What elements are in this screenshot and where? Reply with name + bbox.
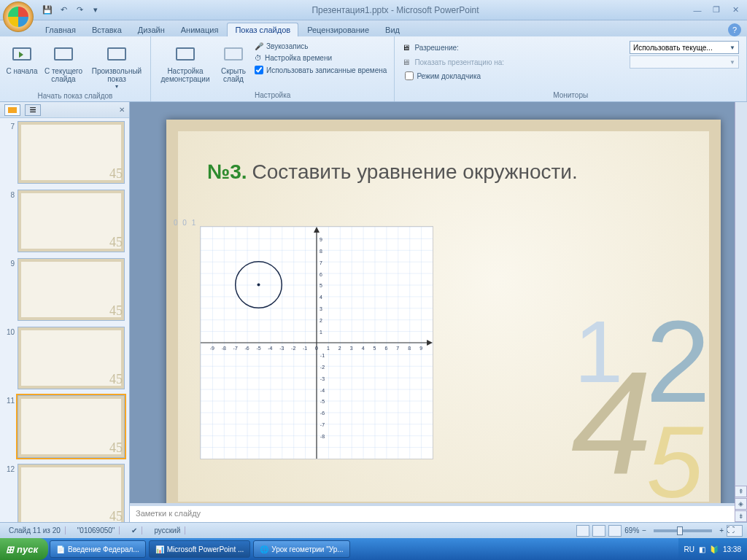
undo-icon[interactable]: ↶ bbox=[57, 4, 70, 17]
language-indicator[interactable]: русский bbox=[150, 526, 185, 534]
tab-home[interactable]: Главная bbox=[38, 23, 83, 36]
restore-button[interactable]: ❐ bbox=[708, 4, 725, 17]
slide-canvas[interactable]: 0 0 1 №3. Составить уравнение окружности… bbox=[166, 120, 721, 513]
svg-text:-6: -6 bbox=[245, 346, 249, 351]
setup-show-label: Настройка демонстрации bbox=[157, 67, 214, 83]
thumbnail-pane: ≡ ✕ 745 845 945 1045 1145 1245 bbox=[0, 102, 130, 522]
help-icon[interactable]: ? bbox=[728, 23, 741, 36]
start-group-label: Начать показ слайдов bbox=[4, 91, 146, 101]
thumbnail-12[interactable]: 45 bbox=[18, 464, 125, 522]
from-current-button[interactable]: С текущего слайда bbox=[41, 41, 86, 85]
svg-text:1: 1 bbox=[320, 330, 322, 335]
svg-text:4: 4 bbox=[320, 295, 322, 300]
office-button[interactable] bbox=[3, 1, 34, 32]
resolution-combo[interactable]: Использовать текуще...▼ bbox=[630, 41, 739, 54]
theme-name[interactable]: "01069050" bbox=[73, 526, 120, 534]
slideshow-view-button[interactable] bbox=[608, 525, 622, 537]
svg-text:-7: -7 bbox=[320, 422, 325, 427]
system-tray[interactable]: RU ◧ 🔰 13:38 bbox=[678, 538, 747, 560]
tab-review[interactable]: Рецензирование bbox=[300, 23, 376, 36]
monitor-icon: 🖥 bbox=[402, 43, 410, 52]
powerpoint-icon: 📊 bbox=[155, 545, 164, 553]
vertical-scrollbar[interactable]: ⇞ ◈ ⇟ bbox=[735, 102, 747, 522]
redo-icon[interactable]: ↷ bbox=[73, 4, 86, 17]
microphone-icon: 🎤 bbox=[255, 42, 263, 50]
thumbnail-11[interactable]: 45 bbox=[18, 395, 125, 458]
slides-tab[interactable] bbox=[4, 104, 20, 116]
svg-text:-8: -8 bbox=[222, 346, 226, 351]
clock-icon: ⏱ bbox=[255, 54, 262, 62]
slide-position[interactable]: Слайд 11 из 20 bbox=[4, 526, 66, 534]
setup-show-button[interactable]: Настройка демонстрации bbox=[155, 41, 215, 85]
svg-text:1: 1 bbox=[327, 346, 330, 351]
tab-insert[interactable]: Вставка bbox=[85, 23, 129, 36]
title-bar: 💾 ↶ ↷ ▾ Презентация1.pptx - Microsoft Po… bbox=[0, 0, 747, 20]
svg-point-6 bbox=[258, 284, 260, 287]
tray-icon[interactable]: ◧ bbox=[699, 545, 705, 553]
zoom-out-button[interactable]: − bbox=[642, 526, 646, 534]
svg-text:-5: -5 bbox=[320, 399, 325, 404]
use-timings-checkbox[interactable]: Использовать записанные времена bbox=[252, 64, 390, 76]
tab-view[interactable]: Вид bbox=[378, 23, 407, 36]
custom-show-button[interactable]: Произвольный показ▾ bbox=[88, 41, 146, 91]
tray-icon[interactable]: 🔰 bbox=[710, 545, 719, 553]
slide-editor[interactable]: 0 0 1 №3. Составить уравнение окружности… bbox=[130, 102, 747, 522]
svg-text:9: 9 bbox=[320, 237, 322, 242]
window-title: Презентация1.pptx - Microsoft PowerPoint bbox=[102, 5, 689, 15]
thumbnail-8[interactable]: 45 bbox=[18, 190, 125, 252]
svg-text:-5: -5 bbox=[256, 346, 260, 351]
lang-indicator[interactable]: RU bbox=[684, 545, 694, 553]
next-slide-button[interactable]: ⇟ bbox=[735, 510, 747, 522]
sorter-view-button[interactable] bbox=[592, 525, 605, 537]
hide-slide-label: Скрыть слайд bbox=[218, 67, 249, 83]
taskbar-item-2[interactable]: 📊Microsoft PowerPoint ... bbox=[149, 540, 251, 558]
slide-title[interactable]: №3. Составить уравнение окружности. bbox=[207, 160, 578, 184]
prev-slide-button[interactable]: ⇞ bbox=[735, 486, 747, 497]
zoom-in-button[interactable]: + bbox=[719, 526, 724, 534]
monitors-group-label: Мониторы bbox=[399, 90, 742, 100]
thumbnail-9[interactable]: 45 bbox=[18, 258, 125, 321]
show-on-label: Показать презентацию на: bbox=[414, 58, 504, 66]
taskbar-item-1[interactable]: 📄Введение Федерал... bbox=[50, 540, 146, 558]
tab-slideshow[interactable]: Показ слайдов bbox=[227, 23, 298, 36]
status-bar: Слайд 11 из 20 "01069050" ✔ русский 69% … bbox=[0, 522, 747, 538]
fit-to-window-button[interactable]: ⛶ bbox=[727, 525, 743, 537]
taskbar-item-3[interactable]: 🌐Урок геометрии "Ур... bbox=[253, 540, 349, 558]
pane-close-icon[interactable]: ✕ bbox=[119, 106, 125, 114]
svg-text:8: 8 bbox=[408, 346, 411, 351]
record-narration-button[interactable]: 🎤Звукозапись bbox=[252, 41, 390, 52]
slide-number-decor: 0 0 1 bbox=[174, 219, 197, 227]
start-button[interactable]: ⊞пуск bbox=[0, 538, 48, 560]
zoom-slider[interactable] bbox=[654, 529, 712, 532]
zoom-level[interactable]: 69% bbox=[624, 526, 639, 534]
tab-design[interactable]: Дизайн bbox=[131, 23, 172, 36]
thumbnail-7[interactable]: 45 bbox=[18, 121, 125, 184]
outline-tab[interactable]: ≡ bbox=[25, 104, 41, 116]
save-icon[interactable]: 💾 bbox=[41, 4, 54, 17]
tab-animation[interactable]: Анимация bbox=[174, 23, 226, 36]
minimize-button[interactable]: — bbox=[689, 4, 706, 17]
svg-text:5: 5 bbox=[374, 346, 376, 351]
thumbnail-10[interactable]: 45 bbox=[18, 327, 125, 389]
normal-view-button[interactable] bbox=[576, 525, 589, 537]
close-button[interactable]: ✕ bbox=[727, 4, 744, 17]
svg-text:5: 5 bbox=[320, 283, 322, 288]
slide-nav-button[interactable]: ◈ bbox=[735, 498, 747, 510]
clock[interactable]: 13:38 bbox=[723, 545, 741, 553]
from-beginning-label: С начала bbox=[6, 67, 37, 75]
svg-text:-4: -4 bbox=[320, 388, 325, 393]
svg-text:7: 7 bbox=[396, 346, 399, 351]
qat-customize-icon[interactable]: ▾ bbox=[89, 4, 102, 17]
windows-taskbar: ⊞пуск 📄Введение Федерал... 📊Microsoft Po… bbox=[0, 538, 747, 560]
from-beginning-button[interactable]: С начала bbox=[4, 41, 39, 77]
resolution-label: Разрешение: bbox=[414, 44, 459, 52]
thumbnail-list[interactable]: 745 845 945 1045 1145 1245 bbox=[0, 118, 129, 522]
rehearse-timings-button[interactable]: ⏱Настройка времени bbox=[252, 52, 390, 63]
hide-slide-button[interactable]: Скрыть слайд bbox=[217, 41, 250, 85]
spellcheck-icon[interactable]: ✔ bbox=[127, 526, 142, 534]
notes-pane[interactable]: Заметки к слайду bbox=[130, 503, 735, 522]
browser-icon: 🌐 bbox=[260, 545, 268, 553]
svg-text:-1: -1 bbox=[320, 353, 325, 358]
presenter-view-checkbox[interactable]: Режим докладчика bbox=[402, 70, 739, 82]
svg-text:-7: -7 bbox=[233, 346, 238, 351]
